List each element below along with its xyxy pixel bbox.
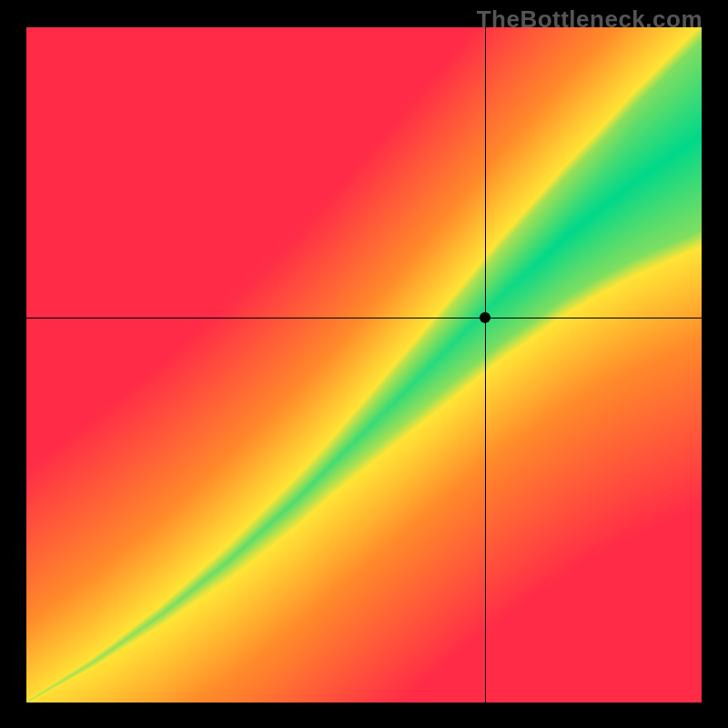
crosshair-horizontal <box>26 318 702 318</box>
watermark-text: TheBottleneck.com <box>477 5 703 34</box>
bottleneck-heatmap-canvas <box>26 27 702 703</box>
chart-frame: TheBottleneck.com <box>0 0 728 728</box>
crosshair-vertical <box>485 27 486 703</box>
marker-point <box>480 312 490 323</box>
